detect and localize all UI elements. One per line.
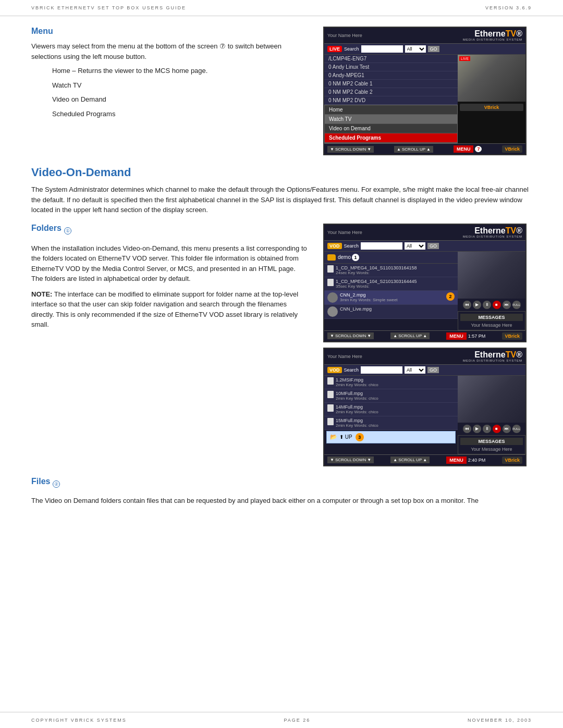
etv-search-input-2[interactable]	[361, 242, 402, 250]
ctrl-rew-3[interactable]: ⏮	[463, 425, 471, 433]
menu-overlay-vod[interactable]: Video on Demand	[325, 124, 457, 133]
files-circle: ②	[53, 480, 60, 488]
file3-info-3: 15MFull.mpg 2min Key Words: chico	[336, 418, 378, 428]
file-info-3: CNN_Live.mpg	[340, 306, 372, 312]
menu-overlay-scheduled[interactable]: Scheduled Programs	[325, 133, 457, 143]
etv-ui2-brand-name: EtherneTV®	[463, 227, 522, 235]
scroll-down-btn-1[interactable]: ▼ SCROLL DOWN ▼	[327, 146, 374, 153]
etv-ui3-name-area: Your Name Here	[327, 354, 362, 359]
file-thumb-3	[327, 306, 338, 317]
search-label-1: Search	[344, 46, 359, 52]
etv-file3-row-3[interactable]: 15MFull.mpg 2min Key Words: chico	[324, 416, 458, 430]
scroll-down-btn-2[interactable]: ▼ SCROLL DOWN ▼	[327, 332, 374, 339]
tv3: TV	[506, 350, 516, 359]
search-label-3: Search	[344, 367, 359, 373]
file-meta-0: 24sec Key Words:	[336, 270, 417, 275]
etv-messages-content-3: Your Message Here	[460, 447, 523, 452]
search-label-2: Search	[344, 243, 359, 249]
etv-vbrick-logo-area-1: VBrick	[458, 102, 525, 114]
file-name-0: 1_CD_MPEG4_104_S1101303164158	[336, 265, 417, 270]
etv-file3-row-2[interactable]: 14MFull.mpg 2min Key Words: chico	[324, 403, 458, 416]
etv-all-select-1[interactable]: All	[405, 45, 426, 53]
channel-row-4[interactable]: 0 NM MP2 Cable 2	[324, 88, 458, 96]
etv-ui2: Your Name Here EtherneTV® MEDIA DISTRIBU…	[323, 224, 527, 342]
etv-file-row-0[interactable]: 1_CD_MPEG4_104_S1101303164158 24sec Key …	[324, 264, 458, 277]
ctrl-ff-3[interactable]: ⏭	[503, 425, 511, 433]
menu-btn-3[interactable]: MENU	[446, 456, 467, 464]
etv-go-btn-3[interactable]: GO	[427, 367, 439, 373]
note-body: The interface can be modified to elimina…	[31, 290, 298, 329]
etv-video-img-2	[458, 252, 525, 299]
etv-folder-row[interactable]: demo 1	[324, 252, 458, 264]
etv-ui3-name: Your Name Here	[327, 354, 362, 359]
channel-row-1[interactable]: 0 Andy Linux Test	[324, 63, 458, 71]
channel-row-0[interactable]: /LCMP4E-ENG7	[324, 55, 458, 63]
menu-title: Menu	[31, 27, 308, 36]
etv-ui2-brand: EtherneTV® MEDIA DISTRIBUTION SYSTEM	[463, 227, 522, 238]
etv-ui3-brand-name: EtherneTV®	[463, 351, 522, 359]
etv-file-row-2[interactable]: CNN_2.mpg 3min Key Words: Simple sweet 2	[324, 291, 458, 305]
etv-ui3-footer: ▼ SCROLL DOWN ▼ ▲ SCROLL UP ▲ MENU 2:40 …	[324, 454, 525, 465]
etv-file-row-1[interactable]: 1_CD_MPEG4_104_S2101303164445 35sec Key …	[324, 277, 458, 291]
vod-section: Video-On-Demand The System Administrator…	[31, 166, 532, 215]
etv-go-btn-2[interactable]: GO	[427, 243, 439, 249]
file-name-1: 1_CD_MPEG4_104_S2101303164445	[336, 279, 417, 284]
menu-overlay-watchtv[interactable]: Watch TV	[325, 115, 457, 124]
file3-meta-2: 2min Key Words: chico	[336, 410, 378, 414]
ctrl-full-3[interactable]: FULL	[512, 425, 521, 433]
folders-title: Folders	[31, 224, 62, 233]
etv-up-folder-row[interactable]: 📂 ⬆ UP 3	[326, 431, 456, 443]
etv-search-input-3[interactable]	[361, 366, 402, 374]
etv-file-row-3[interactable]: CNN_Live.mpg	[324, 305, 458, 319]
menu-area-3: MENU 2:40 PM	[446, 456, 485, 464]
ctrl-stop-2[interactable]: ■	[493, 301, 501, 309]
etv-search-input-1[interactable]	[361, 45, 403, 53]
file-meta-1: 35sec Key Words:	[336, 284, 417, 289]
menu-btn-1[interactable]: MENU	[454, 145, 474, 153]
etv-video-img-1	[458, 55, 525, 102]
ctrl-ff-2[interactable]: ⏭	[503, 301, 511, 309]
scroll-up-btn-1[interactable]: ▲ SCROLL UP ▲	[394, 146, 433, 153]
etv-messages-content-2: Your Message Here	[460, 323, 523, 328]
etv-ui1-footer: ▼ SCROLL DOWN ▼ ▲ SCROLL UP ▲ MENU 7 VBr…	[324, 143, 525, 154]
etv-video-img-3	[458, 376, 525, 423]
etv-file3-row-1[interactable]: 10MFull.mpg 2min Key Words: chico	[324, 389, 458, 403]
vbrick-footer-logo-3: VBrick	[502, 456, 522, 464]
files-title: Files	[31, 477, 50, 486]
menu-btn-2[interactable]: MENU	[446, 332, 467, 340]
channel-name-5: 0 NM MP2 DVD	[328, 97, 365, 103]
scroll-up-btn-2[interactable]: ▲ SCROLL UP ▲	[390, 332, 430, 339]
live-badge: LIVE	[327, 46, 342, 52]
folders-title-row: Folders ①	[31, 224, 308, 238]
up-text: ⬆ UP	[339, 434, 352, 440]
etv-ui1: Your Name Here EtherneTV® MEDIA DISTRIBU…	[323, 27, 527, 155]
ctrl-full-2[interactable]: FULL	[512, 301, 521, 309]
etv-ui1-main: /LCMP4E-ENG7 0 Andy Linux Test 0 Andy-MP…	[324, 55, 525, 143]
etv-all-select-3[interactable]: All	[405, 366, 425, 374]
etv-go-btn-1[interactable]: GO	[428, 46, 439, 52]
ctrl-play-3[interactable]: ▶	[473, 425, 481, 433]
file3-info-2: 14MFull.mpg 2min Key Words: chico	[336, 404, 378, 414]
menu-area-2: MENU 1:57 PM	[446, 332, 485, 340]
menu-overlay-home[interactable]: Home	[325, 105, 457, 115]
etv-ui2-header: Your Name Here EtherneTV® MEDIA DISTRIBU…	[324, 225, 525, 241]
channel-row-3[interactable]: 0 NM MP2 Cable 1	[324, 80, 458, 88]
channel-name-4: 0 NM MP2 Cable 2	[328, 89, 372, 95]
menu-item-watchtv: Watch TV	[52, 80, 308, 91]
ctrl-pause-2[interactable]: ⏸	[483, 301, 491, 309]
etv-all-select-2[interactable]: All	[405, 242, 425, 250]
ctrl-rew-2[interactable]: ⏮	[463, 301, 471, 309]
scroll-down-btn-3[interactable]: ▼ SCROLL DOWN ▼	[327, 456, 374, 463]
channel-row-2[interactable]: 0 Andy-MPEG1	[324, 71, 458, 80]
channel-row-5[interactable]: 0 NM MP2 DVD	[324, 96, 458, 105]
channel-name-1: 0 Andy Linux Test	[328, 64, 369, 70]
ctrl-stop-3[interactable]: ■	[493, 425, 501, 433]
etv-ui2-filelist: 1_CD_MPEG4_104_S1101303164158 24sec Key …	[324, 264, 458, 319]
ctrl-pause-3[interactable]: ⏸	[483, 425, 491, 433]
header-right: VERSION 3.6.9	[485, 5, 532, 10]
etv-file3-row-0[interactable]: 1.2MSIF.mpg 2min Key Words: chico	[324, 376, 458, 389]
scroll-up-btn-3[interactable]: ▲ SCROLL UP ▲	[390, 456, 430, 463]
etv-ui1-left: /LCMP4E-ENG7 0 Andy Linux Test 0 Andy-MP…	[324, 55, 458, 143]
file3-meta-3: 2min Key Words: chico	[336, 423, 378, 428]
ctrl-play-2[interactable]: ▶	[473, 301, 481, 309]
